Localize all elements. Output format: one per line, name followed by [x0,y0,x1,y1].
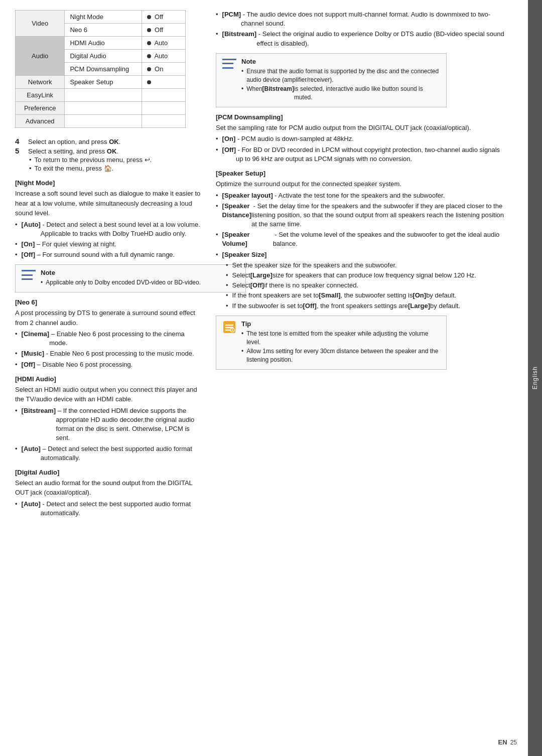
table-row: Preference [16,102,186,115]
step-bullet-1: To return to the previous menu, press ↩. [29,156,201,164]
step-5-text: Select a setting, and press OK. [28,147,118,155]
table-row: EasyLink [16,89,186,102]
digital-audio-bullet-1: [Auto] - Detect and select the best supp… [15,500,201,518]
neo6-section: [Neo 6] A post processing by DTS to gene… [15,298,201,369]
night-mode-heading: [Night Mode] [15,179,201,187]
value-digital-audio: Auto [142,50,186,63]
item-digital-audio: Digital Audio [65,50,142,63]
digital-audio-body: Select an audio format for the sound out… [15,478,201,498]
step-4-text: Select an option, and press OK. [28,138,120,145]
menu-table: Video Night Mode Off Neo 6 Off Audio HDM… [15,10,186,128]
speaker-setup-body: Optimize the surround output for the con… [216,179,508,189]
note-content-1: Note Applicable only to Dolby encoded DV… [41,269,239,288]
speaker-size-bullet: [Speaker Size] [216,250,508,259]
page-footer: EN 25 [498,738,517,746]
menu-audio: Audio [16,37,65,76]
item-neo6: Neo 6 [65,24,142,37]
speaker-setup-section: [Speaker Setup] Optimize the surround ou… [216,170,508,311]
hdmi-audio-bullet-1: [Bitstream] – If the connected HDMI devi… [15,406,201,443]
value-night-mode: Off [142,11,186,24]
item-empty2 [65,102,142,115]
speaker-size-sub-1: Set the speaker size for the speakers an… [226,261,508,270]
neo6-bullet-2: [Music] - Enable Neo 6 post processing t… [15,349,201,358]
neo6-bullet-3: [Off] – Disable Neo 6 post processing. [15,360,201,369]
speaker-setup-heading: [Speaker Setup] [216,170,508,177]
note-box-2: Note Ensure that the audio format is sup… [216,53,447,107]
note-content-2: Note Ensure that the audio format is sup… [241,58,440,103]
menu-preference: Preference [16,102,65,115]
note-box-1: Note Applicable only to Dolby encoded DV… [15,264,246,292]
item-night-mode: Night Mode [65,11,142,24]
value-empty2 [142,102,186,115]
table-row: Advanced [16,115,186,128]
night-mode-bullet-2: [On] – For quiet viewing at night. [15,240,201,249]
svg-point-5 [232,329,233,331]
speaker-size-sub-3: Select [Off] if there is no speaker conn… [226,281,508,290]
side-tab-label: English [531,366,538,389]
note-icon-2 [222,58,236,70]
neo6-body: A post processing by DTS to generate a s… [15,308,201,328]
speaker-size-sub-5: If the subwoofer is set to [Off], the fr… [226,301,508,311]
footer-en: EN [498,738,507,746]
step-bullet-2: To exit the menu, press 🏠. [29,165,201,172]
pcm-bullet-1: [PCM] - The audio device does not suppor… [216,10,508,28]
note-label-1: Note [41,269,239,276]
tip-icon [222,320,236,334]
tip-label: Tip [241,320,440,328]
speaker-layout-bullet: [Speaker layout] - Activate the test ton… [216,191,508,200]
pcm-down-bullet-1: [On] - PCM audio is down-sampled at 48kH… [216,134,508,143]
hdmi-audio-bullet-2: [Auto] – Detect and select the best supp… [15,444,201,463]
neo6-bullet-1: [Cinema] – Enable Neo 6 post processing … [15,330,201,348]
step-4-num: 4 [15,137,25,145]
menu-network: Network [16,76,65,89]
digital-audio-heading: [Digital Audio] [15,469,201,476]
pcm-down-bullet-2: [Off] - For BD or DVD recorded in LPCM w… [216,145,508,164]
night-mode-bullet-1: [Auto] - Detect and select a best sound … [15,220,201,238]
step-bullets: To return to the previous menu, press ↩.… [29,156,201,172]
item-speaker-setup: Speaker Setup [65,76,142,89]
hdmi-audio-section: [HDMI Audio] Select an HDMI audio output… [15,375,201,463]
tip-box: Tip The test tone is emitted from the sp… [216,316,447,370]
tip-bullet-2: Allow 1ms setting for every 30cm distanc… [241,347,440,364]
item-empty3 [65,115,142,128]
night-mode-section: [Night Mode] Increase a soft sound level… [15,179,201,259]
speaker-size-sub-4: If the front speakers are set to [Small]… [226,291,508,300]
hdmi-audio-body: Select an HDMI audio output when you con… [15,385,201,404]
tip-bullet-1: The test tone is emitted from the speake… [241,330,440,347]
night-mode-body: Increase a soft sound level such as dial… [15,189,201,218]
hdmi-audio-heading: [HDMI Audio] [15,375,201,383]
item-pcm-downsampling: PCM Downsampling [65,63,142,76]
pcm-intro: [PCM] - The audio device does not suppor… [216,10,508,48]
note2-bullet-2: When [Bitstream] is selected, interactiv… [241,85,440,102]
menu-video: Video [16,11,65,37]
note1-bullet-1: Applicable only to Dolby encoded DVD-vid… [41,278,239,287]
note-label-2: Note [241,58,440,65]
side-tab: English [528,0,542,756]
table-row: Network Speaker Setup [16,76,186,89]
step-4: 4 Select an option, and press OK. [15,137,201,145]
step-5: 5 Select a setting, and press OK. [15,146,201,155]
value-pcm-downsampling: On [142,63,186,76]
menu-advanced: Advanced [16,115,65,128]
digital-audio-section: [Digital Audio] Select an audio format f… [15,469,201,518]
value-hdmi-audio: Auto [142,37,186,50]
footer-page: 25 [510,739,517,746]
steps-section: 4 Select an option, and press OK. 5 Sele… [15,137,201,172]
step-5-num: 5 [15,146,25,155]
pcm-downsampling-heading: [PCM Downsampling] [216,113,508,121]
item-hdmi-audio: HDMI Audio [65,37,142,50]
table-row: Video Night Mode Off [16,11,186,24]
note2-bullet-1: Ensure that the audio format is supporte… [241,67,440,84]
menu-easylink: EasyLink [16,89,65,102]
item-empty1 [65,89,142,102]
tip-content: Tip The test tone is emitted from the sp… [241,320,440,365]
speaker-size-sub-2: Select [Large] size for speakers that ca… [226,271,508,280]
value-neo6: Off [142,24,186,37]
value-empty3 [142,115,186,128]
note-icon-1 [22,269,36,281]
value-empty1 [142,89,186,102]
pcm-bullet-2: [Bitstream] - Select the original audio … [216,30,508,48]
pcm-downsampling-body: Set the sampling rate for PCM audio outp… [216,123,508,133]
speaker-volume-bullet: [Speaker Volume] - Set the volume level … [216,230,508,248]
value-speaker-setup [142,76,186,89]
